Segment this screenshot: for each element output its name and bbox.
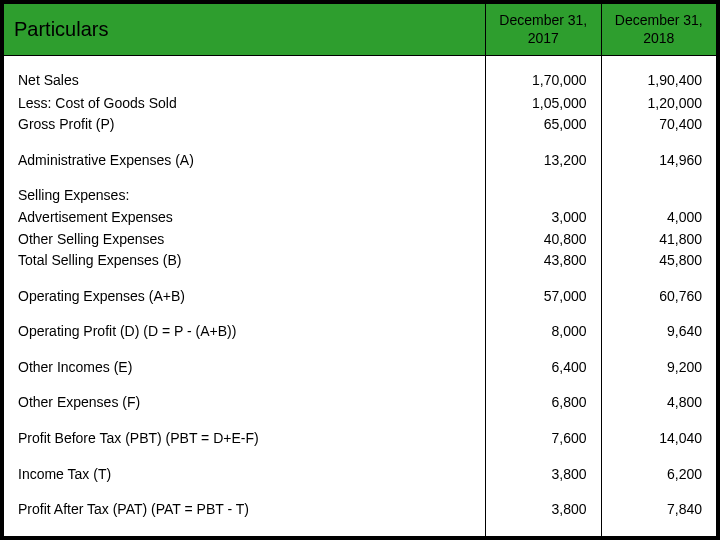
row-value-2017: 40,800: [486, 229, 601, 251]
row-value-2017: 43,800: [486, 250, 601, 272]
spacer-row: [4, 378, 717, 392]
row-value-2018: 7,840: [601, 499, 717, 536]
header-year-2017: December 31, 2017: [486, 4, 601, 56]
spacer-row: [4, 272, 717, 286]
row-value-2018: 1,90,400: [601, 56, 717, 93]
row-label: Profit After Tax (PAT) (PAT = PBT - T): [4, 499, 486, 536]
row-label: Total Selling Expenses (B): [4, 250, 486, 272]
table-row: Administrative Expenses (A) 13,200 14,96…: [4, 150, 717, 172]
row-value-2018: 70,400: [601, 114, 717, 136]
row-value-2018: 1,20,000: [601, 93, 717, 115]
table-row: Operating Expenses (A+B) 57,000 60,760: [4, 286, 717, 308]
row-value-2018: 41,800: [601, 229, 717, 251]
spacer-row: [4, 171, 717, 185]
row-value-2017: 8,000: [486, 321, 601, 343]
table-row: Profit Before Tax (PBT) (PBT = D+E-F) 7,…: [4, 428, 717, 450]
row-value-2017: [486, 185, 601, 207]
row-value-2017: 1,05,000: [486, 93, 601, 115]
row-value-2018: 9,200: [601, 357, 717, 379]
table-row: Other Incomes (E) 6,400 9,200: [4, 357, 717, 379]
table-row: Advertisement Expenses 3,000 4,000: [4, 207, 717, 229]
row-label: Advertisement Expenses: [4, 207, 486, 229]
row-label: Profit Before Tax (PBT) (PBT = D+E-F): [4, 428, 486, 450]
header-row: Particulars December 31, 2017 December 3…: [4, 4, 717, 56]
row-value-2018: 14,960: [601, 150, 717, 172]
row-value-2017: 6,800: [486, 392, 601, 414]
row-label: Operating Expenses (A+B): [4, 286, 486, 308]
row-label: Income Tax (T): [4, 464, 486, 486]
row-label: Other Selling Expenses: [4, 229, 486, 251]
row-value-2017: 3,800: [486, 499, 601, 536]
row-value-2017: 1,70,000: [486, 56, 601, 93]
table-row: Other Expenses (F) 6,800 4,800: [4, 392, 717, 414]
row-value-2018: 14,040: [601, 428, 717, 450]
table-row: Net Sales 1,70,000 1,90,400: [4, 56, 717, 93]
row-label: Other Expenses (F): [4, 392, 486, 414]
row-value-2017: 13,200: [486, 150, 601, 172]
row-value-2018: 4,800: [601, 392, 717, 414]
row-value-2017: 7,600: [486, 428, 601, 450]
row-value-2018: 6,200: [601, 464, 717, 486]
row-value-2018: 9,640: [601, 321, 717, 343]
row-value-2017: 65,000: [486, 114, 601, 136]
table-row: Income Tax (T) 3,800 6,200: [4, 464, 717, 486]
table-row: Other Selling Expenses 40,800 41,800: [4, 229, 717, 251]
row-value-2018: 60,760: [601, 286, 717, 308]
table-row: Total Selling Expenses (B) 43,800 45,800: [4, 250, 717, 272]
row-label: Operating Profit (D) (D = P - (A+B)): [4, 321, 486, 343]
income-statement-table: Particulars December 31, 2017 December 3…: [3, 3, 717, 537]
row-label: Selling Expenses:: [4, 185, 486, 207]
header-particulars: Particulars: [4, 4, 486, 56]
table-row: Operating Profit (D) (D = P - (A+B)) 8,0…: [4, 321, 717, 343]
row-value-2017: 57,000: [486, 286, 601, 308]
header-year-2018: December 31, 2018: [601, 4, 717, 56]
spacer-row: [4, 414, 717, 428]
row-value-2018: [601, 185, 717, 207]
row-value-2018: 45,800: [601, 250, 717, 272]
row-value-2018: 4,000: [601, 207, 717, 229]
table-row: Profit After Tax (PAT) (PAT = PBT - T) 3…: [4, 499, 717, 536]
row-label: Less: Cost of Goods Sold: [4, 93, 486, 115]
spacer-row: [4, 343, 717, 357]
row-label: Administrative Expenses (A): [4, 150, 486, 172]
row-value-2017: 3,000: [486, 207, 601, 229]
document-frame: Particulars December 31, 2017 December 3…: [0, 0, 720, 540]
row-label: Gross Profit (P): [4, 114, 486, 136]
spacer-row: [4, 485, 717, 499]
table-row: Less: Cost of Goods Sold 1,05,000 1,20,0…: [4, 93, 717, 115]
table-row: Gross Profit (P) 65,000 70,400: [4, 114, 717, 136]
row-label: Net Sales: [4, 56, 486, 93]
spacer-row: [4, 450, 717, 464]
spacer-row: [4, 136, 717, 150]
table-row: Selling Expenses:: [4, 185, 717, 207]
row-value-2017: 3,800: [486, 464, 601, 486]
row-value-2017: 6,400: [486, 357, 601, 379]
spacer-row: [4, 307, 717, 321]
row-label: Other Incomes (E): [4, 357, 486, 379]
